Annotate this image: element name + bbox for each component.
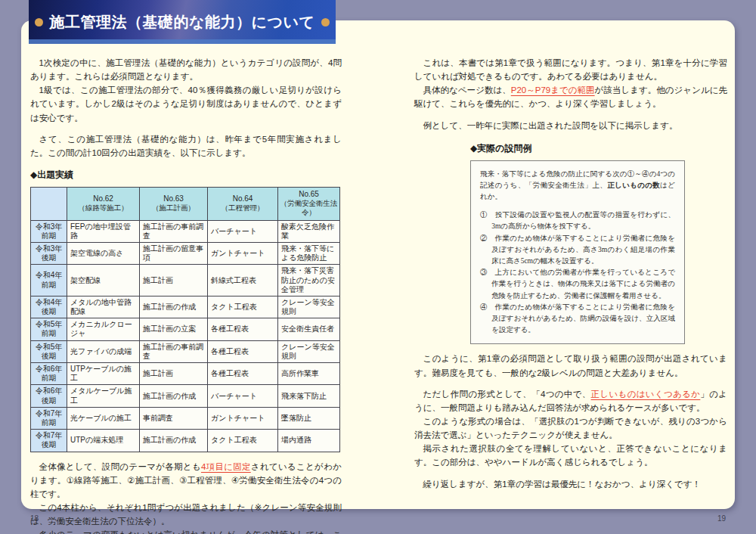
col-header-no: No.63 [163, 194, 184, 203]
era-year: 令和7年 [36, 431, 63, 439]
section-heading-results: ◆出題実績 [30, 168, 342, 182]
cell-schedule: ガントチャート [208, 242, 278, 264]
col-header-no: No.65 [299, 190, 319, 198]
paragraph: ただし作問の形式として、「4つの中で、正しいものはいくつあるか」のように、一般問… [414, 387, 727, 414]
era-year: 令和3年 [36, 244, 63, 253]
cell-schedule: 各種工程表 [208, 318, 278, 340]
text-run: 全体像として、設問のテーマが各期とも [39, 462, 201, 471]
era-cell: 令和4年前期 [31, 265, 67, 296]
paragraph: 1次検定の中に、施工管理法（基礎的な能力）というカテゴリの設問が、4問あります。… [30, 56, 342, 83]
highlight-red: 4項目に固定 [201, 462, 251, 471]
page-number-right: 19 [717, 514, 726, 523]
era-cell: 令和3年後期 [31, 242, 67, 264]
cell-schedule: タクト工程表 [208, 430, 278, 452]
paragraph: 多少のテーマの変更もないとは言い切れませんが、今年の対策としては、この4本柱を中… [30, 528, 342, 534]
cell-schedule: バーチャート [208, 385, 278, 407]
era-term: 後期 [42, 440, 57, 449]
era-cell: 令和6年後期 [31, 385, 67, 407]
col-header-no: No.64 [233, 194, 253, 203]
page-title: 施工管理法（基礎的な能力）について [50, 12, 315, 33]
section-heading-sample-question: ◆実際の設問例 [470, 141, 727, 156]
question-item: ② 作業のため物体が落下することにより労働者に危険を及ぼすおそれがあるため、高さ… [480, 233, 675, 268]
era-year: 令和7年 [36, 409, 63, 418]
text-run: ただし作問の形式として、「4つの中で、 [423, 390, 591, 399]
accent-dot-icon [321, 18, 330, 26]
cell-line-work: メタルの地中管路配線 [67, 296, 140, 318]
cell-line-work: FEPの地中埋設管路 [67, 220, 140, 242]
cell-plan: 施工計画の作成 [140, 385, 208, 407]
cell-safety: 飛来・落下災害防止のための安全管理 [278, 265, 340, 296]
cell-line-work: 光ケーブルの施工 [67, 407, 140, 429]
cell-plan: 施工計画 [140, 265, 208, 296]
paragraph: このように、第1章の必須問題として取り扱う範囲の設問が出題されています。難易度を… [414, 352, 727, 379]
table-row: 令和5年後期 光ファイバの成端 施工計画の事前調査 各種工程表 クレーン等安全規… [31, 340, 340, 362]
era-year: 令和4年 [36, 271, 63, 279]
era-term: 前期 [42, 329, 57, 337]
cell-plan: 施工計画の立案 [140, 318, 208, 340]
paragraph: 1級では、この施工管理法の部分で、40％獲得義務の厳しい足切りが設けられています… [30, 83, 342, 124]
cell-safety: クレーン等安全規則 [278, 340, 340, 362]
question-bold: 正しいものの数 [607, 182, 660, 189]
era-term: 後期 [42, 396, 57, 405]
cell-plan: 施工計画の作成 [140, 296, 208, 318]
cell-safety: 墜落防止 [278, 407, 340, 429]
era-term: 前期 [42, 418, 57, 427]
era-cell: 令和7年前期 [31, 407, 67, 429]
table-row: 令和6年前期 UTPケーブルの施工 施工計画 各種工程表 高所作業車 [31, 363, 340, 385]
cell-plan: 事前調査 [140, 407, 208, 429]
question-item: ③ 上方において他の労働者が作業を行っているところで作業を行うときは、物体の飛来… [480, 267, 675, 302]
cell-schedule: バーチャート [208, 220, 278, 242]
cell-line-work: UTPの端末処理 [67, 430, 140, 452]
cell-line-work: メタルケーブル施工 [67, 385, 140, 407]
paragraph: 全体像として、設問のテーマが各期とも4項目に固定されていることがわかります。①線… [30, 460, 342, 501]
table-row: 令和3年後期 架空電線の高さ 施工計画の留意事項 ガントチャート 飛来・落下等に… [31, 242, 340, 264]
exam-history-table: No.62（線路等施工） No.63（施工計画） No.64（工程管理） No.… [30, 187, 340, 452]
paragraph: 繰り返しますが、第1章の学習は最優先に！なおかつ、より深くです！ [414, 477, 727, 491]
era-term: 前期 [42, 281, 57, 289]
table-header-row: No.62（線路等施工） No.63（施工計画） No.64（工程管理） No.… [31, 188, 340, 221]
era-term: 後期 [42, 253, 57, 262]
table-row: 令和4年後期 メタルの地中管路配線 施工計画の作成 タクト工程表 クレーン等安全… [31, 296, 340, 318]
paragraph: さて、この施工管理法（基礎的な能力）は、昨年まで5年間実施されました。この間の計… [30, 132, 342, 160]
paragraph: これは、本書では第1章で扱う範囲になります。つまり、第1章を十分に学習していれば… [414, 56, 727, 83]
cell-line-work: 架空配線 [67, 265, 140, 296]
table-row: 令和7年前期 光ケーブルの施工 事前調査 ガントチャート 墜落防止 [31, 407, 340, 429]
col-header: No.65（労働安全衛生法令） [278, 188, 340, 221]
cell-safety: クレーン等安全規則 [278, 296, 340, 318]
cell-plan: 施工計画の事前調査 [140, 340, 208, 362]
cell-safety: 高所作業車 [278, 363, 340, 385]
era-term: 前期 [42, 374, 57, 382]
cell-schedule: タクト工程表 [208, 296, 278, 318]
table-row: 令和4年前期 架空配線 施工計画 斜線式工程表 飛来・落下災害防止のための安全管… [31, 265, 340, 296]
cell-safety: 酸素欠乏危険作業 [278, 220, 340, 242]
page-number-left: 18 [30, 514, 39, 523]
chapter-title-banner: 施工管理法（基礎的な能力）について [29, 0, 336, 44]
era-term: 前期 [42, 231, 57, 240]
question-item: ④ 作業のため物体が落下することにより労働者に危険を及ぼすおそれがあるため、防網… [480, 302, 675, 337]
corner-cell [31, 188, 67, 221]
era-year: 令和6年 [36, 387, 63, 395]
cell-schedule: 斜線式工程表 [208, 265, 278, 296]
right-page-content: これは、本書では第1章で扱う範囲になります。つまり、第1章を十分に学習していれば… [414, 56, 727, 491]
era-cell: 令和7年後期 [31, 430, 67, 452]
cell-line-work: UTPケーブルの施工 [67, 363, 140, 385]
cell-line-work: 光ファイバの成端 [67, 340, 140, 362]
cell-safety: 飛来・落下等による危険防止 [278, 242, 340, 264]
era-term: 後期 [42, 352, 57, 360]
cell-line-work: 架空電線の高さ [67, 242, 140, 264]
left-page-content: 1次検定の中に、施工管理法（基礎的な能力）というカテゴリの設問が、4問あります。… [30, 56, 342, 534]
era-year: 令和5年 [36, 343, 63, 351]
sample-question-box: 飛来・落下等による危険の防止に関する次の①～④の4つの記述のうち、「労働安全衛生… [470, 160, 685, 345]
era-cell: 令和5年後期 [31, 340, 67, 362]
book-spread-background: { "colors": { "background": "#8d8fae", "… [0, 0, 756, 534]
highlight-red: 正しいものはいくつあるか [591, 390, 701, 399]
cell-plan: 施工計画 [140, 363, 208, 385]
cell-plan: 施工計画の作成 [140, 430, 208, 452]
accent-dot-icon [35, 18, 43, 26]
table-row: 令和6年後期 メタルケーブル施工 施工計画の作成 バーチャート 飛来落下防止 [31, 385, 340, 407]
era-cell: 令和6年前期 [31, 363, 67, 385]
cell-schedule: ガントチャート [208, 407, 278, 429]
era-year: 令和3年 [36, 222, 63, 231]
col-header-sub: （施工計画） [152, 203, 195, 212]
era-cell: 令和3年前期 [31, 220, 67, 242]
